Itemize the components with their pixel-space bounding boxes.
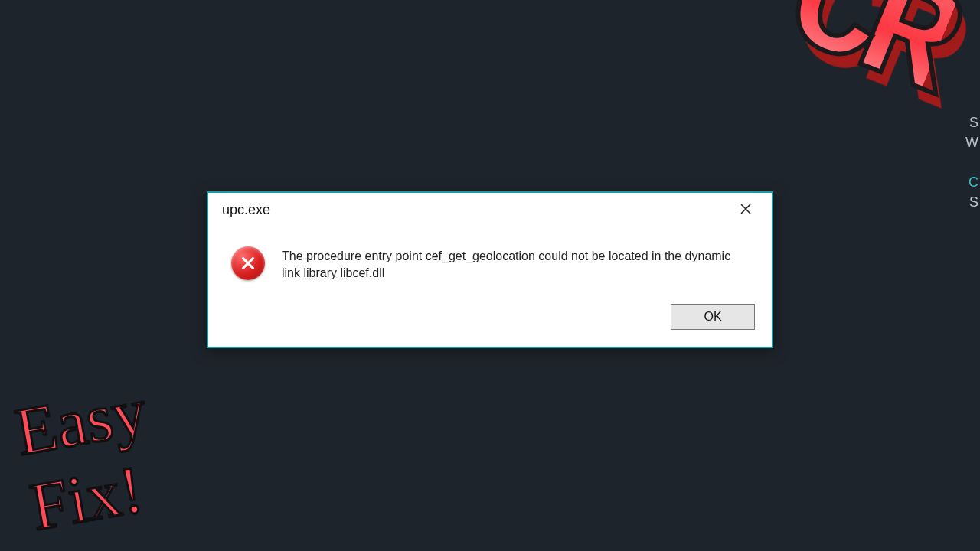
ok-button[interactable]: OK xyxy=(671,304,755,330)
sidebar-fragment: W xyxy=(965,135,978,151)
dialog-title: upc.exe xyxy=(222,202,270,218)
dialog-titlebar: upc.exe xyxy=(208,193,772,227)
error-message: The procedure entry point cef_get_geoloc… xyxy=(282,246,733,281)
error-dialog: upc.exe The procedure entry point cef_ge… xyxy=(207,191,773,348)
logo-shadow: CR xyxy=(769,0,976,145)
sidebar-fragment: S xyxy=(969,115,978,131)
error-icon xyxy=(231,246,265,280)
logo-front: CR xyxy=(763,0,970,131)
logo-outline: CR xyxy=(753,0,980,194)
dialog-buttons: OK xyxy=(208,295,772,347)
dialog-content: The procedure entry point cef_get_geoloc… xyxy=(208,227,772,295)
overlay-fix-text: Fix! xyxy=(24,450,149,546)
close-icon xyxy=(740,200,752,220)
close-button[interactable] xyxy=(727,196,764,223)
sidebar-fragment: S xyxy=(969,194,978,210)
channel-logo: CR CR CR xyxy=(753,0,980,194)
overlay-easy-text: Easy xyxy=(10,372,152,471)
sidebar-fragment: C xyxy=(969,174,978,191)
